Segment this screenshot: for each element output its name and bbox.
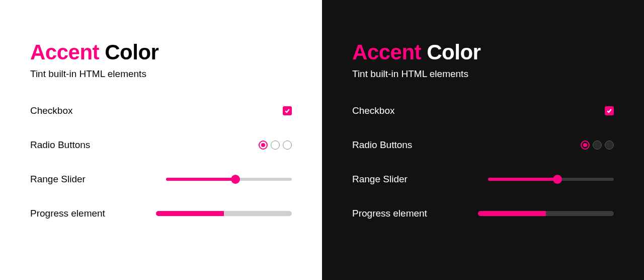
radio-group <box>259 141 292 150</box>
light-panel: Accent Color Tint built-in HTML elements… <box>0 0 322 280</box>
dark-panel: Accent Color Tint built-in HTML elements… <box>322 0 644 280</box>
title-second-word: Color <box>105 40 158 64</box>
page-subtitle: Tint built-in HTML elements <box>352 68 614 80</box>
slider-fill <box>166 178 235 181</box>
checkbox-row: Checkbox <box>30 105 292 117</box>
radio-label: Radio Buttons <box>352 139 412 151</box>
page-title: Accent Color <box>352 40 614 64</box>
progress-label: Progress element <box>30 208 105 219</box>
title-accent-word: Accent <box>352 40 421 64</box>
progress-bar <box>478 211 614 216</box>
progress-bar <box>156 211 292 216</box>
check-icon <box>606 108 612 114</box>
slider-thumb[interactable] <box>553 175 562 184</box>
progress-fill <box>156 211 224 216</box>
slider-label: Range Slider <box>352 174 408 185</box>
slider-thumb[interactable] <box>231 175 240 184</box>
radio-row: Radio Buttons <box>30 139 292 151</box>
radio-row: Radio Buttons <box>352 139 614 151</box>
progress-row: Progress element <box>30 207 292 220</box>
slider-row: Range Slider <box>352 173 614 185</box>
radio-group <box>581 141 614 150</box>
progress-fill <box>478 211 546 216</box>
slider-row: Range Slider <box>30 173 292 185</box>
slider-label: Range Slider <box>30 174 86 185</box>
checkbox-input[interactable] <box>605 106 614 115</box>
checkbox-label: Checkbox <box>30 105 73 116</box>
checkbox-input[interactable] <box>283 106 292 115</box>
progress-label: Progress element <box>352 208 427 219</box>
slider-fill <box>488 178 557 181</box>
check-icon <box>284 108 290 114</box>
radio-option-2[interactable] <box>593 141 602 150</box>
radio-option-3[interactable] <box>605 141 614 150</box>
slider-track <box>488 178 614 181</box>
radio-option-2[interactable] <box>271 141 280 150</box>
range-slider[interactable] <box>488 174 614 184</box>
progress-row: Progress element <box>352 207 614 220</box>
title-second-word: Color <box>427 40 480 64</box>
range-slider[interactable] <box>166 174 292 184</box>
slider-track <box>166 178 292 181</box>
page-title: Accent Color <box>30 40 292 64</box>
radio-label: Radio Buttons <box>30 139 90 151</box>
title-accent-word: Accent <box>30 40 99 64</box>
radio-option-1[interactable] <box>259 141 268 150</box>
radio-option-3[interactable] <box>283 141 292 150</box>
page-subtitle: Tint built-in HTML elements <box>30 68 292 80</box>
checkbox-label: Checkbox <box>352 105 395 116</box>
checkbox-row: Checkbox <box>352 105 614 117</box>
radio-option-1[interactable] <box>581 141 590 150</box>
